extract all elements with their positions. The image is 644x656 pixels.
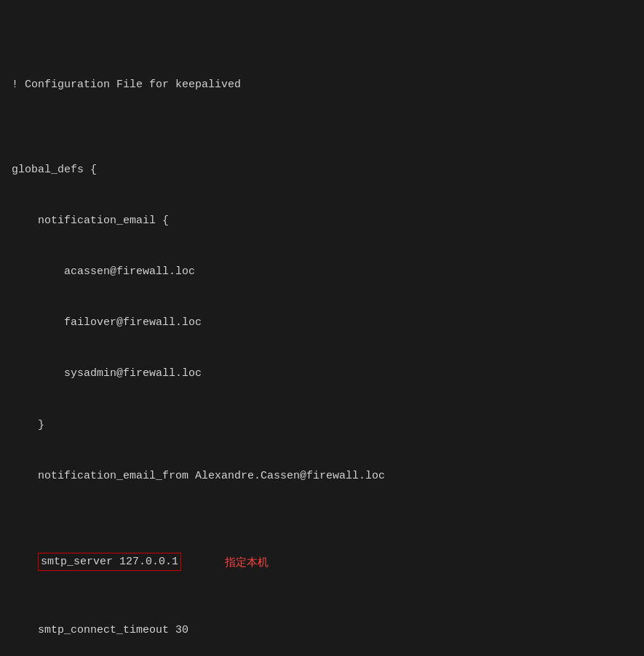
comment-text: ! Configuration File for keepalived bbox=[12, 79, 241, 91]
line-notification-from: notification_email_from Alexandre.Cassen… bbox=[12, 468, 632, 485]
line-email2: failover@firewall.loc bbox=[12, 314, 632, 332]
line-email1: acassen@firewall.loc bbox=[12, 263, 632, 281]
line-global-defs-open: global_defs { bbox=[12, 161, 632, 179]
line-comment: ! Configuration File for keepalived bbox=[12, 76, 632, 94]
line-smtp-server: smtp_server 127.0.0.1 指定本机 bbox=[12, 553, 632, 572]
line-smtp-timeout: smtp_connect_timeout 30 bbox=[12, 622, 632, 639]
line-email3: sysadmin@firewall.loc bbox=[12, 365, 632, 383]
line-notification-email-close: } bbox=[12, 417, 632, 434]
smtp-annotation: 指定本机 bbox=[225, 553, 269, 571]
smtp-server-highlight: smtp_server 127.0.0.1 bbox=[38, 553, 181, 572]
line-notification-email-open: notification_email { bbox=[12, 212, 632, 230]
main-container: ! Configuration File for keepalived glob… bbox=[0, 0, 644, 656]
code-content: ! Configuration File for keepalived glob… bbox=[12, 9, 632, 656]
